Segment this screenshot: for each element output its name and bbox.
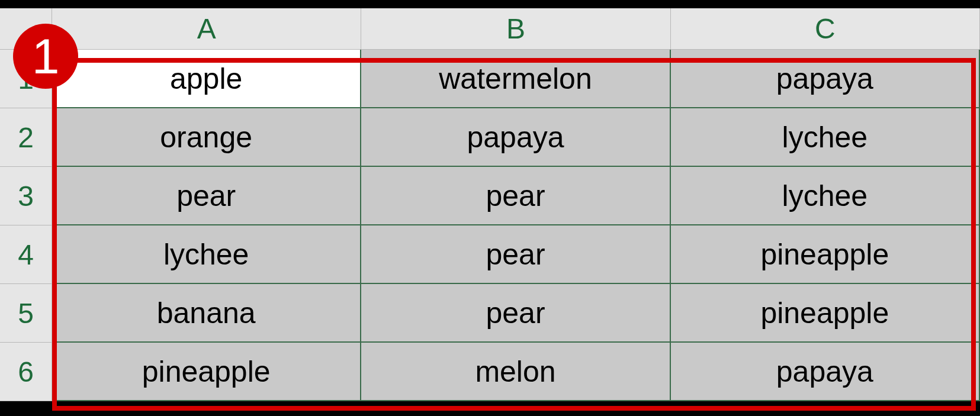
row-header-6[interactable]: 6 <box>0 343 52 401</box>
cell-B6[interactable]: melon <box>361 343 670 401</box>
cell-A2[interactable]: orange <box>52 108 361 167</box>
cell-A6[interactable]: pineapple <box>52 343 361 401</box>
column-header-row: A B C <box>0 8 980 50</box>
annotation-badge-1: 1 <box>13 24 78 89</box>
column-header-A[interactable]: A <box>52 8 361 50</box>
cell-B1[interactable]: watermelon <box>361 50 670 108</box>
cell-C6[interactable]: papaya <box>671 343 980 401</box>
cell-A4[interactable]: lychee <box>52 225 361 284</box>
cell-B4[interactable]: pear <box>361 225 670 284</box>
cell-C1[interactable]: papaya <box>671 50 980 108</box>
row-3: 3 pear pear lychee <box>0 167 980 225</box>
row-4: 4 lychee pear pineapple <box>0 225 980 284</box>
row-1: 1 apple watermelon papaya <box>0 50 980 108</box>
cell-C5[interactable]: pineapple <box>671 284 980 343</box>
row-header-2[interactable]: 2 <box>0 108 52 167</box>
cell-C3[interactable]: lychee <box>671 167 980 225</box>
cell-A5[interactable]: banana <box>52 284 361 343</box>
row-header-3[interactable]: 3 <box>0 167 52 225</box>
column-header-C[interactable]: C <box>671 8 980 50</box>
column-header-B[interactable]: B <box>361 8 670 50</box>
cell-A3[interactable]: pear <box>52 167 361 225</box>
cell-A1[interactable]: apple <box>52 50 361 108</box>
row-2: 2 orange papaya lychee <box>0 108 980 167</box>
row-5: 5 banana pear pineapple <box>0 284 980 343</box>
cell-B2[interactable]: papaya <box>361 108 670 167</box>
cell-C4[interactable]: pineapple <box>671 225 980 284</box>
cell-B3[interactable]: pear <box>361 167 670 225</box>
cell-B5[interactable]: pear <box>361 284 670 343</box>
row-header-5[interactable]: 5 <box>0 284 52 343</box>
row-header-4[interactable]: 4 <box>0 225 52 284</box>
row-6: 6 pineapple melon papaya <box>0 343 980 401</box>
spreadsheet-grid: A B C 1 apple watermelon papaya 2 orange… <box>0 8 980 401</box>
cell-C2[interactable]: lychee <box>671 108 980 167</box>
